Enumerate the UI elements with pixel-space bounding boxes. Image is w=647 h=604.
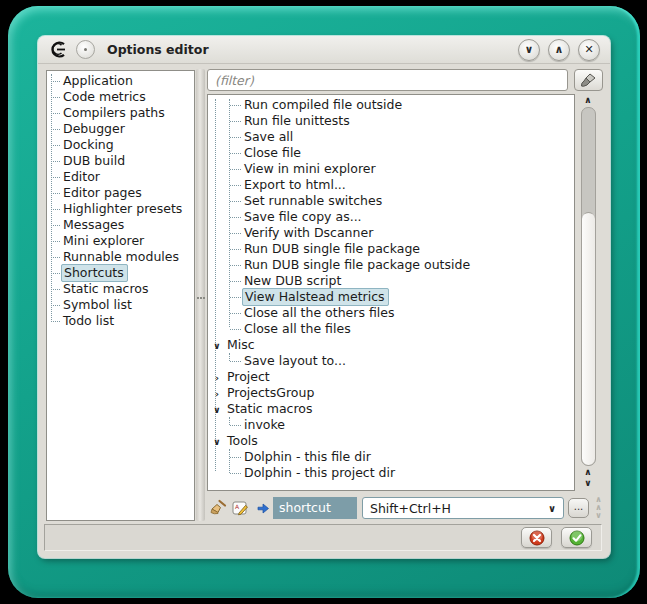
chevron-up-icon: ∧: [555, 44, 564, 55]
tree-item-run-dub-single-file-package-outside[interactable]: Run DUB single file package outside: [208, 257, 574, 273]
tree-item-label: View Halstead metrics: [242, 288, 389, 306]
tree-item-project[interactable]: ›Project: [208, 369, 574, 385]
tree-item-verify-with-dscanner[interactable]: Verify with Dscanner: [208, 225, 574, 241]
sidebar-item-messages[interactable]: Messages: [47, 217, 194, 233]
sidebar-item-mini-explorer[interactable]: Mini explorer: [47, 233, 194, 249]
ok-button[interactable]: [561, 527, 592, 548]
unshade-button[interactable]: ∧: [548, 39, 570, 61]
sidebar-item-editor[interactable]: Editor: [47, 169, 194, 185]
scrollbar-thumb[interactable]: [582, 212, 595, 465]
tree-item-close-file[interactable]: Close file: [208, 145, 574, 161]
scroll-down-icon[interactable]: ∨: [595, 512, 602, 520]
tree-item-misc[interactable]: ∨Misc: [208, 337, 574, 353]
chevron-right-icon[interactable]: ›: [210, 386, 224, 402]
chevron-down-icon[interactable]: ∨: [210, 402, 224, 418]
filter-input[interactable]: [207, 69, 568, 91]
scrollbar-track[interactable]: [581, 107, 596, 466]
tree-item-dolphin-this-project-dir[interactable]: Dolphin - this project dir: [208, 465, 574, 481]
tree-item-close-all-the-others-files[interactable]: Close all the others files: [208, 305, 574, 321]
sidebar-item-label: Code metrics: [63, 89, 146, 104]
tree-item-static-macros[interactable]: ∨Static macros: [208, 401, 574, 417]
options-editor-window: Options editor ∨ ∧ ✕ ApplicationCode met…: [38, 36, 610, 558]
property-grid-mini-scrollbar[interactable]: ∧ ∧ ∨: [592, 496, 605, 520]
tree-item-new-dub-script[interactable]: New DUB script: [208, 273, 574, 289]
chevron-down-icon: ∨: [548, 503, 556, 514]
shortcuts-tree-area: Run compiled file outsideRun file unitte…: [207, 94, 605, 493]
tree-item-save-all[interactable]: Save all: [208, 129, 574, 145]
tree-item-save-layout-to[interactable]: Save layout to...: [208, 353, 574, 369]
titlebar[interactable]: Options editor ∨ ∧ ✕: [38, 36, 610, 64]
sidebar-item-label: Debugger: [63, 121, 125, 136]
sidebar-item-application[interactable]: Application: [47, 73, 194, 89]
splitter-handle[interactable]: [196, 69, 205, 521]
tree-item-save-file-copy-as[interactable]: Save file copy as...: [208, 209, 574, 225]
tree-item-dolphin-this-file-dir[interactable]: Dolphin - this file dir: [208, 449, 574, 465]
clean-shortcut-slot[interactable]: [207, 499, 229, 517]
window-frame: Options editor ∨ ∧ ✕ ApplicationCode met…: [8, 6, 640, 598]
chevron-down-icon[interactable]: ∨: [210, 434, 224, 450]
tree-item-close-all-the-files[interactable]: Close all the files: [208, 321, 574, 337]
chevron-down-icon: ∨: [525, 44, 534, 55]
sidebar-item-debugger[interactable]: Debugger: [47, 121, 194, 137]
cancel-cross-icon: [529, 530, 545, 546]
property-name-cell[interactable]: shortcut: [273, 497, 357, 519]
sidebar-item-label: Symbol list: [63, 297, 132, 312]
close-button[interactable]: ✕: [578, 39, 600, 61]
sidebar-item-shortcuts[interactable]: Shortcuts: [47, 265, 194, 281]
tree-item-label: Close all the files: [244, 321, 351, 336]
shade-button[interactable]: ∨: [518, 39, 540, 61]
coedit-logo-icon: [48, 41, 68, 58]
more-button[interactable]: ...: [568, 498, 589, 518]
edit-value-slot[interactable]: A: [229, 500, 251, 517]
tree-item-set-runnable-switches[interactable]: Set runnable switches: [208, 193, 574, 209]
dialog-button-bar: [44, 524, 602, 551]
tree-item-invoke[interactable]: invoke: [208, 417, 574, 433]
tree-item-label: Set runnable switches: [244, 193, 382, 208]
sidebar-item-label: DUB build: [63, 153, 125, 168]
clear-filter-button[interactable]: [574, 69, 603, 91]
tree-item-label: Run compiled file outside: [244, 97, 402, 112]
sidebar-item-docking[interactable]: Docking: [47, 137, 194, 153]
window-menu-button[interactable]: [76, 40, 95, 59]
tree-item-label: Verify with Dscanner: [244, 225, 373, 240]
tree-item-label: Run DUB single file package outside: [244, 257, 470, 272]
sidebar-item-static-macros[interactable]: Static macros: [47, 281, 194, 297]
scroll-up-icon[interactable]: ∧: [584, 467, 591, 478]
scroll-up-icon[interactable]: ∧: [584, 95, 591, 106]
cancel-button[interactable]: [521, 527, 552, 548]
window-title: Options editor: [107, 42, 209, 57]
sidebar-item-editor-pages[interactable]: Editor pages: [47, 185, 194, 201]
sidebar-item-label: Messages: [63, 217, 124, 232]
sidebar-item-runnable-modules[interactable]: Runnable modules: [47, 249, 194, 265]
chevron-right-icon[interactable]: ›: [210, 370, 224, 386]
sidebar-item-label: Static macros: [63, 281, 148, 296]
tree-item-view-halstead-metrics[interactable]: View Halstead metrics: [208, 289, 574, 305]
category-list[interactable]: ApplicationCode metricsCompilers pathsDe…: [46, 70, 195, 521]
tree-item-tools[interactable]: ∨Tools: [208, 433, 574, 449]
shortcuts-tree[interactable]: Run compiled file outsideRun file unitte…: [207, 94, 575, 491]
tree-scrollbar[interactable]: ∧ ∧ ∨: [580, 95, 596, 489]
ok-check-icon: [569, 530, 585, 546]
tree-item-label: View in mini explorer: [244, 161, 376, 176]
edit-text-icon: A: [232, 500, 249, 517]
tree-item-projectsgroup[interactable]: ›ProjectsGroup: [208, 385, 574, 401]
tree-item-run-dub-single-file-package[interactable]: Run DUB single file package: [208, 241, 574, 257]
tree-item-label: Dolphin - this project dir: [244, 465, 395, 480]
tree-item-run-compiled-file-outside[interactable]: Run compiled file outside: [208, 97, 574, 113]
tree-item-run-file-unittests[interactable]: Run file unittests: [208, 113, 574, 129]
sidebar-item-todo-list[interactable]: Todo list: [47, 313, 194, 329]
sidebar-item-label: Runnable modules: [63, 249, 179, 264]
tree-item-label: Close all the others files: [244, 305, 394, 320]
tree-item-label: Static macros: [227, 401, 312, 416]
sidebar-item-highlighter-presets[interactable]: Highlighter presets: [47, 201, 194, 217]
sidebar-item-symbol-list[interactable]: Symbol list: [47, 297, 194, 313]
tree-item-export-to-html[interactable]: Export to html...: [208, 177, 574, 193]
tree-item-view-in-mini-explorer[interactable]: View in mini explorer: [208, 161, 574, 177]
shortcut-value-combo[interactable]: Shift+Ctrl+H ∨: [362, 497, 564, 519]
sidebar-item-code-metrics[interactable]: Code metrics: [47, 89, 194, 105]
scroll-down-icon[interactable]: ∨: [584, 478, 591, 489]
sidebar-item-compilers-paths[interactable]: Compilers paths: [47, 105, 194, 121]
chevron-down-icon[interactable]: ∨: [210, 338, 224, 354]
broom-icon: [209, 499, 227, 517]
sidebar-item-dub-build[interactable]: DUB build: [47, 153, 194, 169]
